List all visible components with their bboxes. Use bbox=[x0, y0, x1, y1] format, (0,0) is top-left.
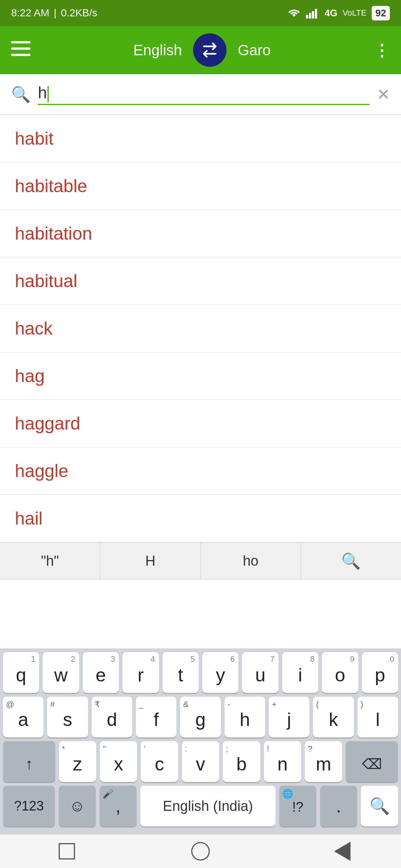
key-i[interactable]: 8i bbox=[282, 652, 318, 693]
signal-icon bbox=[306, 7, 319, 19]
word-text: haggard bbox=[15, 414, 80, 433]
emoji-icon: ☺ bbox=[69, 798, 85, 814]
back-button[interactable] bbox=[323, 840, 345, 862]
svg-rect-5 bbox=[11, 47, 30, 50]
more-options-button[interactable]: ⋮ bbox=[374, 41, 390, 60]
key-t[interactable]: 5t bbox=[163, 652, 199, 693]
symbols-key[interactable]: ?123 bbox=[3, 786, 55, 826]
list-item[interactable]: hail bbox=[0, 495, 401, 542]
list-item[interactable]: hag bbox=[0, 352, 401, 400]
volte-indicator: VoLTE bbox=[343, 8, 366, 18]
key-h[interactable]: -h bbox=[225, 697, 265, 737]
key-x[interactable]: "x bbox=[100, 741, 137, 782]
clear-button[interactable]: ✕ bbox=[377, 85, 390, 103]
toolbar: English Garo ⋮ bbox=[0, 26, 401, 74]
space-key[interactable]: English (India) bbox=[140, 786, 276, 826]
list-item[interactable]: habitation bbox=[0, 210, 401, 257]
key-s[interactable]: #s bbox=[47, 697, 88, 737]
space-label: English (India) bbox=[163, 798, 253, 814]
key-m[interactable]: ?m bbox=[305, 741, 342, 782]
target-language[interactable]: Garo bbox=[238, 42, 271, 59]
search-suggest-icon: 🔍 bbox=[341, 552, 361, 570]
status-separator: | bbox=[54, 7, 56, 19]
key-p[interactable]: 0p bbox=[362, 652, 398, 693]
word-text: haggle bbox=[15, 461, 68, 481]
square-icon bbox=[59, 843, 75, 859]
key-z[interactable]: *z bbox=[59, 741, 96, 782]
key-g[interactable]: &g bbox=[180, 697, 221, 737]
key-j[interactable]: +j bbox=[269, 697, 309, 737]
globe-key[interactable]: 🌐 !? bbox=[279, 786, 316, 826]
svg-rect-0 bbox=[306, 15, 308, 19]
key-w[interactable]: 2w bbox=[43, 652, 79, 693]
key-a[interactable]: @a bbox=[3, 697, 43, 737]
key-k[interactable]: (k bbox=[313, 697, 353, 737]
word-text: habit bbox=[15, 129, 53, 148]
suggestion-search[interactable]: 🔍 bbox=[301, 543, 401, 579]
list-item[interactable]: haggle bbox=[0, 447, 401, 495]
back-arrow-icon bbox=[318, 842, 351, 861]
status-time: 8:22 AM bbox=[11, 7, 49, 19]
navigation-bar bbox=[0, 835, 401, 868]
swap-button[interactable] bbox=[193, 33, 226, 67]
toolbar-center: English Garo bbox=[30, 33, 374, 67]
key-y[interactable]: 6y bbox=[202, 652, 238, 693]
key-l[interactable]: )l bbox=[358, 697, 398, 737]
keyboard-row-4: ?123 ☺ 🎤 , English (India) 🌐 !? . 🔍 bbox=[3, 786, 398, 826]
svg-rect-6 bbox=[11, 54, 30, 56]
menu-button[interactable] bbox=[11, 41, 30, 59]
key-o[interactable]: 9o bbox=[322, 652, 358, 693]
key-b[interactable]: ;b bbox=[223, 741, 260, 782]
key-f[interactable]: _f bbox=[136, 697, 176, 737]
key-n[interactable]: !n bbox=[264, 741, 301, 782]
symbols-label: ?123 bbox=[14, 799, 44, 813]
keyboard-row-2: @a #s ₹d _f &g -h +j (k )l bbox=[3, 697, 398, 737]
keyboard-search-key[interactable]: 🔍 bbox=[361, 786, 398, 826]
word-text: hag bbox=[15, 366, 45, 386]
key-r[interactable]: 4r bbox=[123, 652, 159, 693]
word-text: hail bbox=[15, 509, 43, 528]
home-button[interactable] bbox=[189, 840, 212, 862]
list-item[interactable]: habit bbox=[0, 115, 401, 162]
svg-rect-4 bbox=[11, 41, 30, 43]
list-item[interactable]: habitual bbox=[0, 257, 401, 305]
key-v[interactable]: :v bbox=[182, 741, 219, 782]
key-q[interactable]: 1q bbox=[3, 652, 39, 693]
wifi-icon bbox=[287, 7, 301, 19]
suggestion-ho[interactable]: ho bbox=[201, 543, 301, 579]
key-c[interactable]: 'c bbox=[141, 741, 178, 782]
keyboard-row-3: ↑ *z "x 'c :v ;b !n ?m ⌫ bbox=[3, 741, 398, 782]
source-language[interactable]: English bbox=[133, 42, 182, 59]
circle-icon bbox=[191, 842, 210, 861]
comma-key[interactable]: 🎤 , bbox=[100, 786, 137, 826]
shift-key[interactable]: ↑ bbox=[3, 741, 55, 782]
word-text: hack bbox=[15, 319, 52, 338]
list-item[interactable]: hack bbox=[0, 305, 401, 352]
key-e[interactable]: 3e bbox=[83, 652, 119, 693]
key-u[interactable]: 7u bbox=[242, 652, 278, 693]
key-d[interactable]: ₹d bbox=[92, 697, 132, 737]
search-input[interactable]: h bbox=[38, 83, 369, 105]
suggestion-capital-h[interactable]: H bbox=[100, 543, 200, 579]
status-right: 4G VoLTE 92 bbox=[287, 6, 390, 20]
backspace-key[interactable]: ⌫ bbox=[346, 741, 398, 782]
period-key[interactable]: . bbox=[320, 786, 357, 826]
list-item[interactable]: habitable bbox=[0, 162, 401, 210]
search-query: h bbox=[38, 83, 47, 102]
recent-apps-button[interactable] bbox=[56, 840, 78, 862]
search-bar: 🔍 h ✕ bbox=[0, 74, 401, 115]
search-icon: 🔍 bbox=[11, 85, 30, 103]
list-item[interactable]: haggard bbox=[0, 400, 401, 447]
emoji-key[interactable]: ☺ bbox=[59, 786, 96, 826]
suggestion-quoted-h[interactable]: "h" bbox=[0, 543, 100, 579]
status-left: 8:22 AM | 0.2KB/s bbox=[11, 7, 97, 19]
keyboard-search-icon: 🔍 bbox=[369, 798, 390, 814]
battery-level: 92 bbox=[375, 7, 386, 19]
battery-indicator: 92 bbox=[372, 6, 390, 20]
svg-rect-1 bbox=[309, 13, 311, 19]
keyboard-row-1: 1q 2w 3e 4r 5t 6y 7u 8i 9o 0p bbox=[3, 652, 398, 693]
suggestions-bar: "h" H ho 🔍 bbox=[0, 542, 401, 579]
keyboard: 1q 2w 3e 4r 5t 6y 7u 8i 9o 0p @a #s ₹d _… bbox=[0, 648, 401, 835]
svg-rect-3 bbox=[315, 9, 317, 19]
text-cursor bbox=[48, 86, 49, 102]
